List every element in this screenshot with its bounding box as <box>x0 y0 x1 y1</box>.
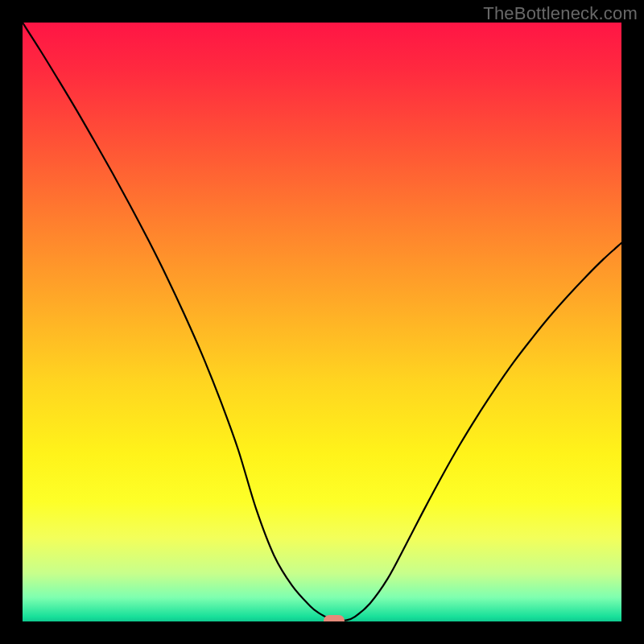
watermark-text: TheBottleneck.com <box>483 3 638 24</box>
plot-area <box>23 23 621 621</box>
chart-frame: TheBottleneck.com <box>0 0 644 644</box>
optimal-marker <box>324 615 345 622</box>
bottleneck-curve <box>23 23 621 621</box>
